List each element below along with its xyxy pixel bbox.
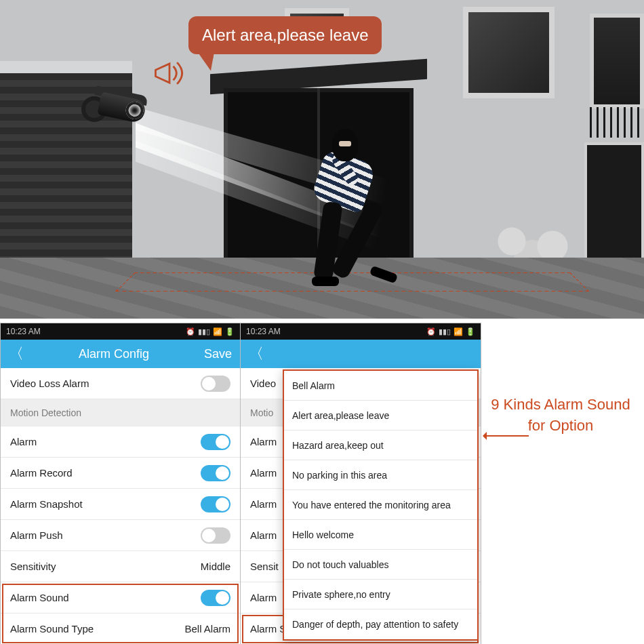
nav-title: Alarm Config — [24, 347, 204, 361]
section-label: Motion Detection — [10, 407, 81, 418]
dropdown-option[interactable]: Do not touch valuables — [284, 550, 477, 580]
row-label-partial: Alarm — [250, 436, 277, 447]
signal-icon: ▮▮▯ — [439, 327, 451, 336]
speech-text: Alert area,please leave — [202, 26, 368, 44]
row-label-partial: Alarm — [250, 529, 277, 541]
row-label: Alarm Sound — [10, 592, 69, 603]
row-video-loss-alarm[interactable]: Video Loss Alarm — [1, 368, 240, 399]
row-label: Video Loss Alarm — [10, 378, 89, 389]
wifi-icon: 📶 — [454, 327, 463, 336]
row-alarm[interactable]: Alarm — [1, 426, 240, 458]
status-icons: ⏰ ▮▮▯ 📶 🔋 — [426, 327, 475, 336]
row-sensitivity[interactable]: Sensitivity Middle — [1, 551, 240, 582]
toggle-video-loss[interactable] — [201, 376, 230, 392]
dropdown-option[interactable]: Alert area,please leave — [284, 401, 477, 430]
row-alarm-sound[interactable]: Alarm Sound — [1, 582, 240, 613]
row-label-partial: Sensit — [250, 561, 279, 572]
toggle-alarm[interactable] — [201, 434, 230, 450]
row-label: Alarm — [10, 436, 37, 447]
dropdown-option[interactable]: Bell Alarm — [284, 371, 477, 401]
toggle-alarm-record[interactable] — [201, 465, 230, 481]
section-label-partial: Motio — [250, 407, 273, 418]
security-camera — [85, 92, 148, 127]
row-label-partial: Video — [250, 378, 276, 389]
alarm-icon: ⏰ — [186, 327, 195, 336]
row-label: Alarm Snapshot — [10, 498, 83, 510]
alarm-icon: ⏰ — [426, 327, 436, 336]
dropdown-option[interactable]: Hello welcome — [284, 520, 477, 550]
speech-bubble: Alert area,please leave — [188, 16, 382, 54]
nav-bar: 〈 — [241, 340, 481, 368]
alarm-sound-dropdown[interactable]: Bell Alarm Alert area,please leave Hazar… — [283, 369, 479, 641]
wifi-icon: 📶 — [213, 327, 222, 336]
back-button[interactable]: 〈 — [9, 344, 24, 364]
sensitivity-value: Middle — [201, 561, 230, 572]
row-label: Alarm Record — [10, 467, 73, 479]
row-alarm-snapshot[interactable]: Alarm Snapshot — [1, 489, 240, 520]
row-alarm-record[interactable]: Alarm Record — [1, 458, 240, 489]
back-button[interactable]: 〈 — [249, 344, 264, 364]
toggle-alarm-push[interactable] — [201, 527, 230, 544]
battery-icon: 🔋 — [466, 327, 475, 336]
status-time: 10:23 AM — [246, 327, 281, 336]
nav-bar: 〈 Alarm Config Save — [1, 340, 240, 368]
dropdown-option[interactable]: Hazard area,keep out — [284, 430, 477, 460]
dropdown-option[interactable]: Private sphere,no entry — [284, 580, 477, 609]
row-label: Sensitivity — [10, 561, 56, 572]
dropdown-option[interactable]: You have entered the monitoring area — [284, 490, 477, 520]
status-bar: 10:23 AM ⏰ ▮▮▯ 📶 🔋 — [241, 323, 481, 340]
battery-icon: 🔋 — [225, 327, 235, 336]
annotation-text: 9 Kinds Alarm Sound for Option — [483, 395, 639, 437]
section-motion-detection: Motion Detection — [1, 399, 240, 426]
row-alarm-sound-type[interactable]: Alarm Sound Type Bell Alarm — [1, 613, 240, 644]
toggle-alarm-snapshot[interactable] — [201, 496, 230, 512]
upper-window-right — [463, 7, 555, 98]
annotation-line1: 9 Kinds Alarm Sound — [491, 396, 630, 413]
phone-screen-dropdown: 10:23 AM ⏰ ▮▮▯ 📶 🔋 〈 Video Motio Alarm A… — [241, 323, 481, 644]
side-door — [584, 142, 644, 268]
save-button[interactable]: Save — [204, 347, 232, 361]
intruder-figure — [291, 129, 393, 298]
phone-screen-config: 10:23 AM ⏰ ▮▮▯ 📶 🔋 〈 Alarm Config Save V… — [0, 323, 241, 644]
signal-icon: ▮▮▯ — [198, 327, 210, 336]
row-label-partial: Alarm — [250, 498, 277, 510]
row-label: Alarm Push — [10, 529, 63, 541]
dropdown-option[interactable]: Danger of depth, pay attention to safety — [284, 609, 477, 639]
promo-scene: Alert area,please leave — [0, 0, 644, 319]
balcony-rail — [590, 107, 644, 138]
alarm-sound-type-value: Bell Alarm — [184, 623, 230, 635]
balcony-door — [590, 14, 644, 108]
status-time: 10:23 AM — [6, 327, 41, 336]
status-bar: 10:23 AM ⏰ ▮▮▯ 📶 🔋 — [1, 323, 240, 340]
dropdown-option[interactable]: No parking in this area — [284, 460, 477, 490]
toggle-alarm-sound[interactable] — [201, 590, 230, 606]
megaphone-icon — [150, 57, 188, 89]
row-alarm-push[interactable]: Alarm Push — [1, 520, 240, 551]
row-label-partial: Alarm — [250, 467, 277, 479]
status-icons: ⏰ ▮▮▯ 📶 🔋 — [186, 327, 235, 336]
row-label: Alarm Sound Type — [10, 623, 94, 635]
bottom-panel: 10:23 AM ⏰ ▮▮▯ 📶 🔋 〈 Alarm Config Save V… — [0, 319, 644, 644]
annotation-line2: for Option — [528, 417, 594, 434]
row-label-partial: Alarm — [250, 592, 277, 603]
